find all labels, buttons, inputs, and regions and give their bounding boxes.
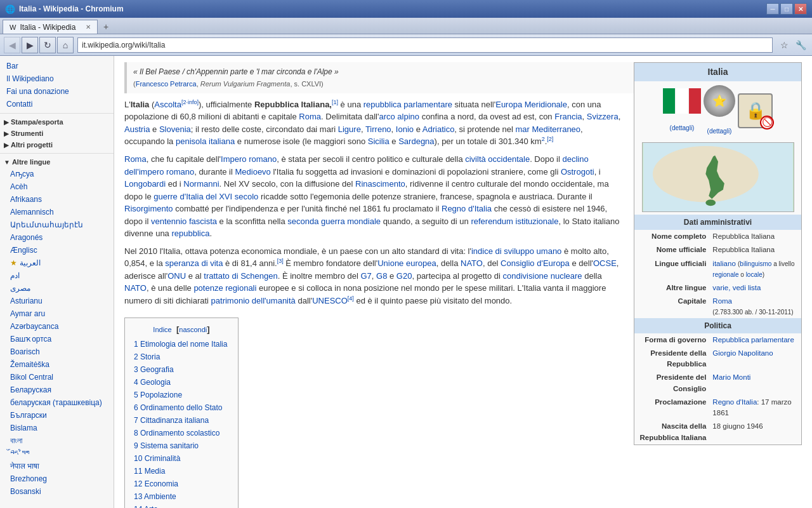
medioevo-link[interactable]: Medioevo [235,167,270,177]
bookmark-star-button[interactable]: ☆ [776,37,792,53]
sidebar-lang-belarusian[interactable]: Беларуская [0,384,114,396]
ostrogoti-link[interactable]: Ostrogoti [561,167,594,177]
seconda-guerra-link[interactable]: seconda guerra mondiale [287,217,381,226]
toc-link-5[interactable]: 5 Popolazione [134,391,182,399]
sidebar-lang-alemannisch[interactable]: Alemannisch [0,206,114,218]
sidebar-lang-bulgarian[interactable]: Български [0,409,114,422]
repubblica-link[interactable]: repubblica [171,229,209,238]
unesco-link[interactable]: UNESCO [312,296,348,305]
toc-link-6[interactable]: 6 Ordinamento dello Stato [134,403,222,412]
slovenia-link[interactable]: Slovenia [159,124,191,134]
forward-button[interactable]: ▶ [22,37,38,53]
varie-lista-link[interactable]: varie, vedi lista [712,284,761,291]
mar-mediterraneo-link[interactable]: mar Mediterraneo [515,124,580,134]
guerre-italia-link[interactable]: guerre d'Italia del XVI secolo [154,192,258,201]
toc-link-12[interactable]: 12 Economia [134,479,178,488]
nato2-link[interactable]: NATO [124,283,147,293]
schengen-link[interactable]: trattato di Schengen [204,271,277,281]
normanni-link[interactable]: Normanni [183,179,219,189]
consiglio-europa-link[interactable]: Consiglio d'Europa [501,258,570,268]
tab-close-button[interactable]: ✕ [86,23,91,30]
ventennio-link[interactable]: ventennio fascista [151,217,217,226]
wrench-button[interactable]: 🔧 [793,37,808,53]
back-button[interactable]: ◀ [4,37,20,53]
sidebar-lang-boarisch[interactable]: Boarisch [0,345,114,358]
sidebar-lang-nepal[interactable]: नेपाल भाषा [0,460,114,472]
sidebar-section-altri[interactable]: ▶ Altri progetti [0,139,114,150]
sidebar-item-donazione[interactable]: Fai una donazione [0,85,114,98]
sidebar-lang-tibetan[interactable]: བོད་ཡིག [0,447,114,460]
ionio-link[interactable]: Ionio [396,124,414,134]
toc-link-8[interactable]: 8 Ordinamento scolastico [134,429,219,438]
toc-link-14[interactable]: 14 Arte [134,505,158,508]
francia-link[interactable]: Francia [554,112,582,121]
sidebar-lang-belarusian2[interactable]: беларуская (тарашкевіца) [0,396,114,409]
rinascimento-link[interactable]: Rinascimento [355,179,405,189]
ligure-link[interactable]: Ligure [338,124,361,134]
sidebar-lang-azeri[interactable]: Azərbaycanca [0,320,114,333]
locale-link[interactable]: locale [746,271,763,278]
sidebar-lang-aragones[interactable]: Aragonés [0,231,114,244]
regno-link[interactable]: Regno d'Italia [712,398,757,406]
svizzera-link[interactable]: Svizzera [587,112,619,121]
sidebar-lang-zemaiteskha[interactable]: Žemaitėška [0,358,114,371]
ocse-link[interactable]: OCSE [593,258,617,268]
sidebar-section-strumenti[interactable]: ▶ Strumenti [0,128,114,139]
sidebar-item-contatti[interactable]: Contatti [0,98,114,110]
emblem-dettagli-link[interactable]: (dettagli) [707,128,732,135]
maximize-button[interactable]: □ [780,3,793,15]
sidebar-lang-bikol[interactable]: Bikol Central [0,371,114,384]
sidebar-lang-asturianu[interactable]: Asturianu [0,295,114,307]
flag-dettagli-link[interactable]: (dettagli) [670,124,695,131]
repubblica-parlamentare-link[interactable]: repubblica parlamentare [363,100,452,109]
tirreno-link[interactable]: Tirreno [365,124,391,134]
sidebar-lang-englisc[interactable]: Ænglisc [0,244,114,257]
toc-link-3[interactable]: 3 Geografia [134,365,174,374]
risorgimento-link[interactable]: Risorgimento [124,204,173,213]
roma-article-link[interactable]: Roma [299,112,321,121]
referendum-link[interactable]: referendum istituzionale [471,217,558,226]
nato-link[interactable]: NATO [461,258,483,268]
bilinguismo-link[interactable]: bilinguismo [740,260,771,267]
italiano-link[interactable]: italiano [712,260,735,267]
napolitano-link[interactable]: Giorgio Napolitano [712,349,773,357]
roma-link[interactable]: Roma [712,297,732,305]
sidebar-lang-apsua[interactable]: Аҧсуа [0,168,114,180]
toc-link-10[interactable]: 10 Criminalità [134,454,180,463]
sidebar-lang-masry[interactable]: مصرى [0,282,114,295]
toc-link-11[interactable]: 11 Media [134,467,165,476]
regionale-link[interactable]: regionale [712,271,738,278]
petrarca-link[interactable]: Francesco Petrarca [136,80,197,88]
potenze-link[interactable]: potenze regionali [193,283,256,293]
roma-para2-link[interactable]: Roma [124,154,147,164]
listen-link[interactable]: Ascolta [154,100,181,109]
new-tab-button[interactable]: + [98,20,114,34]
toc-link-2[interactable]: 2 Storia [134,352,160,361]
sidebar-item-bar[interactable]: Bar [0,60,114,72]
sidebar-lang-afrikaans[interactable]: Afrikaans [0,193,114,206]
active-tab[interactable]: W Italia - Wikipedia ✕ [3,20,98,34]
indice-link[interactable]: indice di sviluppo umano [471,246,561,256]
sidebar-lang-aceh[interactable]: Acèh [0,180,114,193]
reload-button[interactable]: ↻ [39,37,56,53]
sidebar-lang-bislama[interactable]: Bislama [0,422,114,434]
g20-link[interactable]: G20 [396,271,412,281]
toc-link-13[interactable]: 13 Ambiente [134,492,176,501]
regno-ditalia-link[interactable]: Regno d'Italia [442,204,492,213]
civilta-link[interactable]: civiltà occidentale [465,154,530,164]
longobardi-link[interactable]: Longobardi [124,179,166,189]
sidebar-lang-arabic[interactable]: ★ العربية [0,257,114,269]
sidebar-lang-arm[interactable]: Արեւմտահայերէն [0,218,114,231]
sidebar-item-wikipediano[interactable]: Il Wikipediano [0,72,114,85]
monti-link[interactable]: Mario Monti [712,373,750,381]
sidebar-section-altre-lingue[interactable]: ▼ Altre lingue [0,156,114,168]
toc-link-4[interactable]: 4 Geologia [134,378,171,387]
toc-link-1[interactable]: 1 Etimologia del nome Italia [134,340,227,349]
sardegna-link[interactable]: Sardegna [398,137,434,147]
close-button[interactable]: ✕ [794,3,807,15]
sidebar-section-stampa[interactable]: ▶ Stampa/esporta [0,116,114,128]
url-display[interactable]: it.wikipedia.org/wiki/Italia [82,41,768,50]
sidebar-lang-adam[interactable]: ادم [0,269,114,282]
europa-meridionale-link[interactable]: Europa Meridionale [495,100,567,109]
adriatico-link[interactable]: Adriatico [422,124,455,134]
